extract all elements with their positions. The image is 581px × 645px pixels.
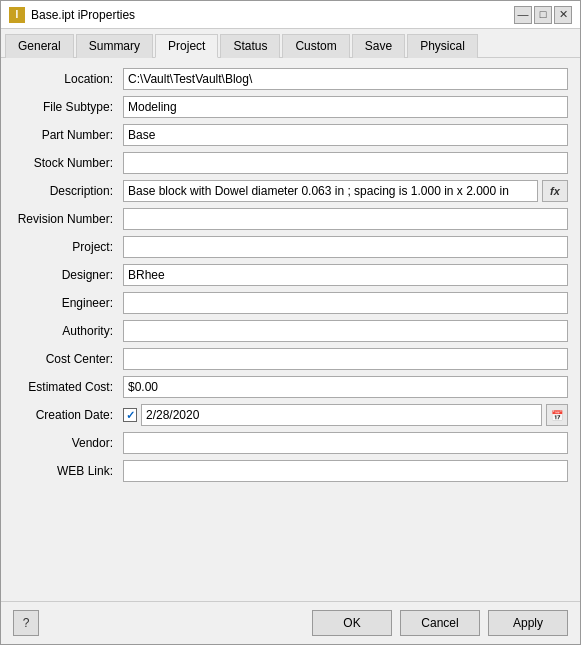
close-button[interactable]: ✕ [554, 6, 572, 24]
bottom-left: ? [13, 610, 39, 636]
location-row: Location: [13, 68, 568, 90]
tab-general[interactable]: General [5, 34, 74, 58]
vendor-label: Vendor: [13, 436, 123, 450]
apply-button[interactable]: Apply [488, 610, 568, 636]
designer-row: Designer: [13, 264, 568, 286]
file-subtype-row: File Subtype: [13, 96, 568, 118]
estimated-cost-label: Estimated Cost: [13, 380, 123, 394]
calendar-icon: 📅 [551, 410, 563, 421]
web-link-input[interactable] [123, 460, 568, 482]
part-number-input[interactable] [123, 124, 568, 146]
location-label: Location: [13, 72, 123, 86]
project-row: Project: [13, 236, 568, 258]
file-subtype-label: File Subtype: [13, 100, 123, 114]
designer-input[interactable] [123, 264, 568, 286]
creation-date-input[interactable] [141, 404, 542, 426]
stock-number-field [123, 152, 568, 174]
description-input[interactable] [123, 180, 538, 202]
engineer-label: Engineer: [13, 296, 123, 310]
designer-label: Designer: [13, 268, 123, 282]
title-bar-left: I Base.ipt iProperties [9, 7, 135, 23]
stock-number-label: Stock Number: [13, 156, 123, 170]
designer-field [123, 264, 568, 286]
creation-date-field: 📅 [123, 404, 568, 426]
tab-project[interactable]: Project [155, 34, 218, 58]
bottom-bar: ? OK Cancel Apply [1, 601, 580, 644]
revision-number-field [123, 208, 568, 230]
tab-summary[interactable]: Summary [76, 34, 153, 58]
maximize-button[interactable]: □ [534, 6, 552, 24]
revision-number-row: Revision Number: [13, 208, 568, 230]
project-input[interactable] [123, 236, 568, 258]
cost-center-label: Cost Center: [13, 352, 123, 366]
engineer-row: Engineer: [13, 292, 568, 314]
part-number-field [123, 124, 568, 146]
revision-number-input[interactable] [123, 208, 568, 230]
authority-label: Authority: [13, 324, 123, 338]
cancel-button[interactable]: Cancel [400, 610, 480, 636]
stock-number-row: Stock Number: [13, 152, 568, 174]
tab-physical[interactable]: Physical [407, 34, 478, 58]
description-label: Description: [13, 184, 123, 198]
date-picker-button[interactable]: 📅 [546, 404, 568, 426]
creation-date-checkbox[interactable] [123, 408, 137, 422]
tab-custom[interactable]: Custom [282, 34, 349, 58]
web-link-label: WEB Link: [13, 464, 123, 478]
window-title: Base.ipt iProperties [31, 8, 135, 22]
location-field [123, 68, 568, 90]
app-icon: I [9, 7, 25, 23]
web-link-row: WEB Link: [13, 460, 568, 482]
vendor-field [123, 432, 568, 454]
main-window: I Base.ipt iProperties — □ ✕ General Sum… [0, 0, 581, 645]
file-subtype-input[interactable] [123, 96, 568, 118]
description-row: Description: fx [13, 180, 568, 202]
tab-save[interactable]: Save [352, 34, 405, 58]
help-button[interactable]: ? [13, 610, 39, 636]
estimated-cost-input[interactable] [123, 376, 568, 398]
estimated-cost-row: Estimated Cost: [13, 376, 568, 398]
revision-number-label: Revision Number: [13, 212, 123, 226]
vendor-row: Vendor: [13, 432, 568, 454]
project-field [123, 236, 568, 258]
estimated-cost-field [123, 376, 568, 398]
authority-input[interactable] [123, 320, 568, 342]
description-field: fx [123, 180, 568, 202]
project-label: Project: [13, 240, 123, 254]
tab-status[interactable]: Status [220, 34, 280, 58]
location-input[interactable] [123, 68, 568, 90]
cost-center-field [123, 348, 568, 370]
engineer-input[interactable] [123, 292, 568, 314]
title-bar: I Base.ipt iProperties — □ ✕ [1, 1, 580, 29]
vendor-input[interactable] [123, 432, 568, 454]
ok-button[interactable]: OK [312, 610, 392, 636]
engineer-field [123, 292, 568, 314]
form-content: Location: File Subtype: Part Number: Sto… [1, 58, 580, 601]
file-subtype-field [123, 96, 568, 118]
bottom-right: OK Cancel Apply [312, 610, 568, 636]
stock-number-input[interactable] [123, 152, 568, 174]
fx-button[interactable]: fx [542, 180, 568, 202]
cost-center-row: Cost Center: [13, 348, 568, 370]
cost-center-input[interactable] [123, 348, 568, 370]
web-link-field [123, 460, 568, 482]
creation-date-row: Creation Date: 📅 [13, 404, 568, 426]
authority-row: Authority: [13, 320, 568, 342]
tab-bar: General Summary Project Status Custom Sa… [1, 29, 580, 58]
creation-date-label: Creation Date: [13, 408, 123, 422]
part-number-row: Part Number: [13, 124, 568, 146]
title-buttons: — □ ✕ [514, 6, 572, 24]
authority-field [123, 320, 568, 342]
part-number-label: Part Number: [13, 128, 123, 142]
minimize-button[interactable]: — [514, 6, 532, 24]
